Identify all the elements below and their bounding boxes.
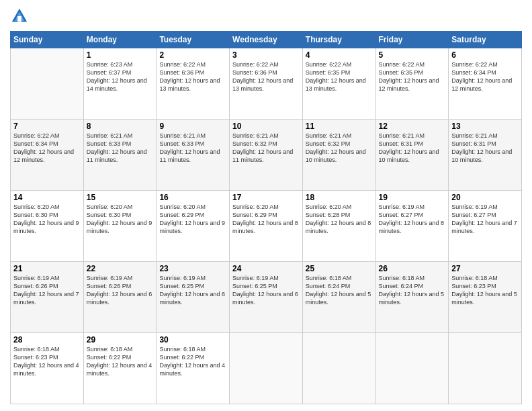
day-info: Sunrise: 6:20 AM Sunset: 6:29 PM Dayligh… [232,203,300,236]
calendar-cell: 12Sunrise: 6:21 AM Sunset: 6:31 PM Dayli… [375,120,449,191]
day-number: 11 [306,122,373,131]
calendar-cell: 25Sunrise: 6:18 AM Sunset: 6:24 PM Dayli… [302,262,375,333]
weekday-header-saturday: Saturday [449,32,522,48]
weekday-header-friday: Friday [375,32,449,48]
week-row-1: 1Sunrise: 6:23 AM Sunset: 6:37 PM Daylig… [11,48,522,120]
calendar-cell: 2Sunrise: 6:22 AM Sunset: 6:36 PM Daylig… [157,48,230,120]
day-info: Sunrise: 6:22 AM Sunset: 6:34 PM Dayligh… [13,132,81,165]
calendar-cell: 18Sunrise: 6:20 AM Sunset: 6:28 PM Dayli… [302,191,375,262]
day-number: 4 [306,50,373,60]
calendar-cell: 20Sunrise: 6:19 AM Sunset: 6:27 PM Dayli… [449,191,522,262]
day-number: 25 [306,264,373,273]
calendar-cell: 26Sunrise: 6:18 AM Sunset: 6:24 PM Dayli… [375,262,449,333]
calendar-cell: 15Sunrise: 6:20 AM Sunset: 6:30 PM Dayli… [83,191,157,262]
calendar-cell: 24Sunrise: 6:19 AM Sunset: 6:25 PM Dayli… [230,262,303,333]
week-row-2: 7Sunrise: 6:22 AM Sunset: 6:34 PM Daylig… [11,120,522,191]
day-number: 21 [13,264,81,273]
day-number: 6 [451,50,519,60]
calendar-cell: 11Sunrise: 6:21 AM Sunset: 6:32 PM Dayli… [302,120,375,191]
day-info: Sunrise: 6:22 AM Sunset: 6:35 PM Dayligh… [379,60,446,93]
day-info: Sunrise: 6:18 AM Sunset: 6:24 PM Dayligh… [379,274,446,307]
svg-rect-2 [17,16,21,21]
day-info: Sunrise: 6:20 AM Sunset: 6:28 PM Dayligh… [306,203,373,236]
calendar-cell: 30Sunrise: 6:18 AM Sunset: 6:22 PM Dayli… [157,333,230,404]
day-number: 7 [13,122,81,131]
day-info: Sunrise: 6:22 AM Sunset: 6:35 PM Dayligh… [306,60,373,93]
day-number: 1 [87,50,154,60]
day-number: 29 [87,335,154,345]
calendar-cell: 3Sunrise: 6:22 AM Sunset: 6:36 PM Daylig… [230,48,303,120]
calendar-cell: 9Sunrise: 6:21 AM Sunset: 6:33 PM Daylig… [157,120,230,191]
calendar-cell: 28Sunrise: 6:18 AM Sunset: 6:23 PM Dayli… [11,333,84,404]
calendar-cell: 10Sunrise: 6:21 AM Sunset: 6:32 PM Dayli… [230,120,303,191]
day-info: Sunrise: 6:20 AM Sunset: 6:30 PM Dayligh… [13,203,81,236]
weekday-header-monday: Monday [83,32,157,48]
day-info: Sunrise: 6:18 AM Sunset: 6:22 PM Dayligh… [87,345,154,378]
day-info: Sunrise: 6:20 AM Sunset: 6:30 PM Dayligh… [87,203,154,236]
day-number: 2 [159,50,226,60]
day-info: Sunrise: 6:18 AM Sunset: 6:23 PM Dayligh… [451,274,519,307]
day-number: 17 [232,193,300,202]
calendar-cell: 19Sunrise: 6:19 AM Sunset: 6:27 PM Dayli… [375,191,449,262]
day-number: 27 [451,264,519,273]
day-info: Sunrise: 6:19 AM Sunset: 6:27 PM Dayligh… [451,203,519,236]
day-info: Sunrise: 6:21 AM Sunset: 6:31 PM Dayligh… [451,132,519,165]
day-number: 16 [159,193,226,202]
day-number: 5 [379,50,446,60]
calendar-table: SundayMondayTuesdayWednesdayThursdayFrid… [10,31,522,404]
day-number: 18 [306,193,373,202]
day-info: Sunrise: 6:21 AM Sunset: 6:31 PM Dayligh… [379,132,446,165]
day-info: Sunrise: 6:19 AM Sunset: 6:27 PM Dayligh… [379,203,446,236]
day-info: Sunrise: 6:21 AM Sunset: 6:33 PM Dayligh… [159,132,226,165]
calendar-cell: 27Sunrise: 6:18 AM Sunset: 6:23 PM Dayli… [449,262,522,333]
calendar-cell: 16Sunrise: 6:20 AM Sunset: 6:29 PM Dayli… [157,191,230,262]
header [10,7,522,26]
day-info: Sunrise: 6:22 AM Sunset: 6:36 PM Dayligh… [159,60,226,93]
day-number: 9 [159,122,226,131]
day-number: 26 [379,264,446,273]
day-info: Sunrise: 6:20 AM Sunset: 6:29 PM Dayligh… [159,203,226,236]
day-number: 10 [232,122,300,131]
day-number: 12 [379,122,446,131]
logo-icon [10,7,29,26]
calendar-cell: 8Sunrise: 6:21 AM Sunset: 6:33 PM Daylig… [83,120,157,191]
day-info: Sunrise: 6:18 AM Sunset: 6:23 PM Dayligh… [13,345,81,378]
calendar-cell: 17Sunrise: 6:20 AM Sunset: 6:29 PM Dayli… [230,191,303,262]
calendar-cell [11,48,84,120]
day-info: Sunrise: 6:21 AM Sunset: 6:32 PM Dayligh… [232,132,300,165]
calendar-cell: 4Sunrise: 6:22 AM Sunset: 6:35 PM Daylig… [302,48,375,120]
day-info: Sunrise: 6:21 AM Sunset: 6:33 PM Dayligh… [87,132,154,165]
calendar-cell: 5Sunrise: 6:22 AM Sunset: 6:35 PM Daylig… [375,48,449,120]
logo [10,7,32,26]
page: SundayMondayTuesdayWednesdayThursdayFrid… [0,0,532,411]
week-row-4: 21Sunrise: 6:19 AM Sunset: 6:26 PM Dayli… [11,262,522,333]
day-number: 3 [232,50,300,60]
calendar-cell: 23Sunrise: 6:19 AM Sunset: 6:25 PM Dayli… [157,262,230,333]
day-number: 8 [87,122,154,131]
day-info: Sunrise: 6:22 AM Sunset: 6:34 PM Dayligh… [451,60,519,93]
calendar-cell: 1Sunrise: 6:23 AM Sunset: 6:37 PM Daylig… [83,48,157,120]
day-number: 24 [232,264,300,273]
calendar-cell [375,333,449,404]
day-number: 15 [87,193,154,202]
day-info: Sunrise: 6:19 AM Sunset: 6:26 PM Dayligh… [13,274,81,307]
day-info: Sunrise: 6:19 AM Sunset: 6:25 PM Dayligh… [232,274,300,307]
week-row-3: 14Sunrise: 6:20 AM Sunset: 6:30 PM Dayli… [11,191,522,262]
day-info: Sunrise: 6:23 AM Sunset: 6:37 PM Dayligh… [87,60,154,93]
day-number: 19 [379,193,446,202]
day-info: Sunrise: 6:22 AM Sunset: 6:36 PM Dayligh… [232,60,300,93]
day-info: Sunrise: 6:19 AM Sunset: 6:26 PM Dayligh… [87,274,154,307]
calendar-cell [230,333,303,404]
weekday-header-thursday: Thursday [302,32,375,48]
calendar-cell: 29Sunrise: 6:18 AM Sunset: 6:22 PM Dayli… [83,333,157,404]
weekday-header-row: SundayMondayTuesdayWednesdayThursdayFrid… [11,32,522,48]
calendar-cell [449,333,522,404]
weekday-header-tuesday: Tuesday [157,32,230,48]
weekday-header-wednesday: Wednesday [230,32,303,48]
day-number: 28 [13,335,81,345]
day-number: 14 [13,193,81,202]
calendar-cell: 7Sunrise: 6:22 AM Sunset: 6:34 PM Daylig… [11,120,84,191]
day-number: 23 [159,264,226,273]
week-row-5: 28Sunrise: 6:18 AM Sunset: 6:23 PM Dayli… [11,333,522,404]
calendar-cell: 14Sunrise: 6:20 AM Sunset: 6:30 PM Dayli… [11,191,84,262]
